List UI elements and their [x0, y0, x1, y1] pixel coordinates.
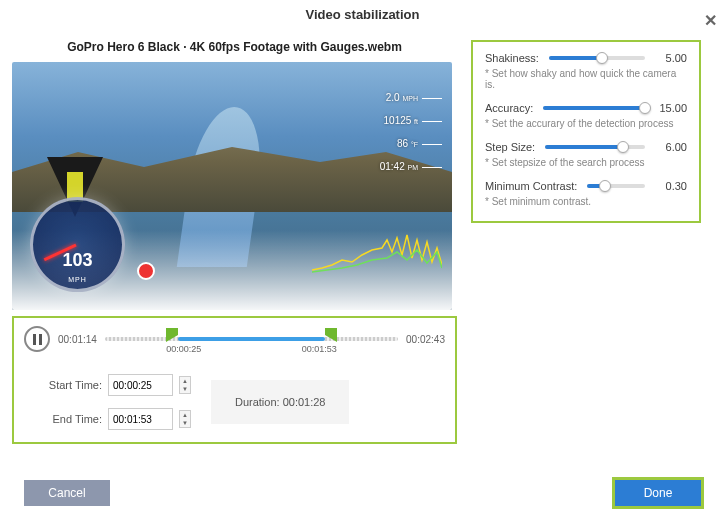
speedometer-gauge: 103 MPH — [30, 197, 125, 292]
side-gauges: 2.0 MPH 10125 ft 86 °F 01:42 PM — [380, 92, 442, 172]
accuracy-hint: * Set the accurary of the detection proc… — [485, 118, 687, 129]
shakiness-value: 5.00 — [655, 52, 687, 64]
contrast-slider[interactable] — [587, 184, 645, 188]
shakiness-slider[interactable] — [549, 56, 645, 60]
start-time-label: Start Time: — [42, 379, 102, 391]
start-time-input[interactable] — [108, 374, 173, 396]
video-preview[interactable]: 103 MPH 2.0 MPH 10125 ft 86 °F 01:42 PM — [12, 62, 452, 310]
current-time: 00:01:14 — [58, 334, 97, 345]
accuracy-slider[interactable] — [543, 106, 645, 110]
stepsize-label: Step Size: — [485, 141, 535, 153]
range-end-handle[interactable]: 00:01:53 — [325, 328, 337, 346]
cancel-button[interactable]: Cancel — [24, 480, 110, 506]
elevation-chart — [312, 230, 442, 280]
contrast-hint: * Set minimum contrast. — [485, 196, 687, 207]
accuracy-value: 15.00 — [655, 102, 687, 114]
end-time-label: End Time: — [42, 413, 102, 425]
timeline-track[interactable]: 00:00:25 00:01:53 — [105, 329, 398, 349]
pause-button[interactable] — [24, 326, 50, 352]
end-time-spinner[interactable]: ▲▼ — [179, 410, 191, 428]
pause-icon — [33, 334, 42, 345]
dialog-title: Video stabilization — [306, 7, 420, 22]
contrast-value: 0.30 — [655, 180, 687, 192]
shakiness-label: Shakiness: — [485, 52, 539, 64]
accuracy-label: Accuracy: — [485, 102, 533, 114]
range-start-label: 00:00:25 — [166, 344, 201, 354]
record-icon — [137, 262, 155, 280]
end-time-input[interactable] — [108, 408, 173, 430]
range-start-handle[interactable]: 00:00:25 — [166, 328, 178, 346]
speed-unit: MPH — [68, 276, 87, 283]
shakiness-hint: * Set how shaky and how quick the camera… — [485, 68, 687, 90]
dialog-titlebar: Video stabilization ✕ — [0, 0, 725, 30]
file-name: GoPro Hero 6 Black · 4K 60fps Footage wi… — [12, 40, 457, 54]
stepsize-hint: * Set stepsize of the search process — [485, 157, 687, 168]
duration-display: Duration: 00:01:28 — [211, 380, 350, 424]
done-button[interactable]: Done — [615, 480, 701, 506]
range-end-label: 00:01:53 — [302, 344, 337, 354]
start-time-spinner[interactable]: ▲▼ — [179, 376, 191, 394]
playback-panel: 00:01:14 00:00:25 00:01:53 00:02:43 — [12, 316, 457, 444]
stepsize-slider[interactable] — [545, 145, 645, 149]
parameters-panel: Shakiness: 5.00 * Set how shaky and how … — [471, 40, 701, 223]
close-icon[interactable]: ✕ — [704, 6, 717, 36]
total-time: 00:02:43 — [406, 334, 445, 345]
stepsize-value: 6.00 — [655, 141, 687, 153]
speed-value: 103 — [62, 250, 92, 271]
contrast-label: Minimum Contrast: — [485, 180, 577, 192]
